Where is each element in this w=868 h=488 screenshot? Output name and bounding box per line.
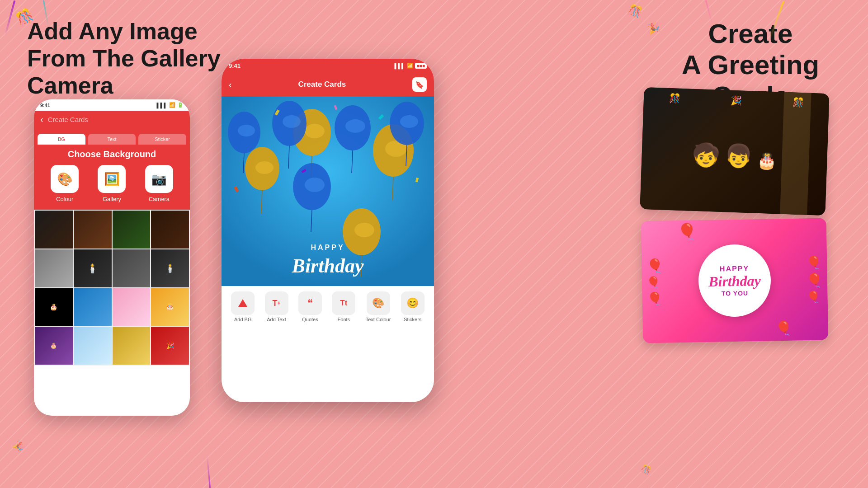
colour-label: Colour	[56, 196, 73, 202]
confetti-5: 🎊	[639, 463, 652, 476]
add-bg-label: Add BG	[234, 317, 252, 322]
add-bg-icon	[231, 291, 255, 315]
bg-option-colour[interactable]: 🎨 Colour	[51, 165, 79, 202]
toolbar-add-text[interactable]: T+ Add Text	[265, 291, 288, 322]
choose-bg-options: 🎨 Colour 🖼️ Gallery 📷 Camera	[41, 165, 183, 202]
grid-item-1[interactable]	[35, 211, 73, 249]
choose-bg-title: Choose Background	[41, 149, 183, 160]
svg-point-11	[354, 223, 374, 237]
grid-item-14[interactable]	[74, 327, 112, 365]
stickers-label: Stickers	[404, 317, 421, 322]
card-canvas[interactable]: HAPPY Birthday	[222, 96, 434, 286]
left-status-icons: ▌▌▌ 📶 🔋	[157, 102, 184, 108]
toolbar-quotes[interactable]: ❝ Quotes	[298, 291, 322, 322]
center-status-bar: 9:41 ▌▌▌ 📶 ■■■	[222, 59, 434, 73]
center-header-title: Create Cards	[298, 80, 346, 89]
center-status-time: 9:41	[229, 62, 241, 69]
left-status-bar: 9:41 ▌▌▌ 📶 🔋	[34, 99, 190, 111]
text-colour-label: Text Colour	[366, 317, 391, 322]
svg-point-2	[255, 161, 274, 174]
grid-item-15[interactable]	[113, 327, 151, 365]
center-status-icons: ▌▌▌ 📶 ■■■	[394, 63, 427, 69]
svg-marker-36	[238, 299, 247, 307]
center-battery-icon: ■■■	[415, 63, 427, 69]
phone-left: 9:41 ▌▌▌ 📶 🔋 ‹ Create Cards BG Text Stic…	[34, 99, 190, 416]
text-colour-icon: 🎨	[367, 291, 390, 315]
left-tab-strip: BG Text Sticker	[34, 130, 190, 145]
left-headline-line2: From The Gallery Camera	[27, 45, 221, 99]
left-status-time: 9:41	[40, 103, 50, 108]
left-headline: Add Any Image From The Gallery Camera	[27, 18, 244, 99]
grid-item-7[interactable]	[113, 249, 151, 287]
left-back-button[interactable]: ‹	[40, 114, 43, 125]
left-header-title: Create Cards	[48, 116, 88, 123]
left-phone-header: ‹ Create Cards	[34, 111, 190, 130]
signal-icon: ▌▌▌	[157, 103, 167, 108]
confetti-2: 🎊	[626, 3, 644, 20]
grid-item-3[interactable]	[113, 211, 151, 249]
tab-text[interactable]: Text	[88, 134, 136, 145]
quotes-icon: ❝	[298, 291, 322, 315]
fonts-icon: Tt	[332, 291, 355, 315]
grid-item-5[interactable]	[35, 249, 73, 287]
gallery-icon: 🖼️	[98, 165, 126, 193]
confetti-4: 🎉	[646, 21, 661, 36]
toolbar-fonts[interactable]: Tt Fonts	[332, 291, 355, 322]
grid-item-2[interactable]	[74, 211, 112, 249]
camera-label: Camera	[149, 196, 170, 202]
left-headline-line1: Add Any Image	[27, 18, 198, 44]
toolbar-stickers[interactable]: 😊 Stickers	[401, 291, 425, 322]
battery-icon: 🔋	[177, 102, 184, 108]
wifi-icon: 📶	[169, 102, 175, 108]
grid-item-11[interactable]	[113, 288, 151, 326]
tab-bg[interactable]: BG	[38, 134, 85, 145]
left-headline-section: Add Any Image From The Gallery Camera	[27, 18, 244, 108]
grid-item-16[interactable]: 🎉	[151, 327, 189, 365]
fonts-label: Fonts	[338, 317, 350, 322]
bg-option-gallery[interactable]: 🖼️ Gallery	[98, 165, 126, 202]
svg-text:HAPPY: HAPPY	[311, 244, 344, 251]
grid-item-9[interactable]: 🎂	[35, 288, 73, 326]
confetti-3: 🎉	[11, 439, 27, 454]
bg-option-camera[interactable]: 📷 Camera	[145, 165, 173, 202]
center-wifi-icon: 📶	[407, 63, 413, 69]
choose-bg-section: Choose Background 🎨 Colour 🖼️ Gallery 📷 …	[34, 145, 190, 210]
right-headline-line1: Create	[708, 19, 793, 49]
svg-point-20	[400, 115, 418, 128]
tab-sticker[interactable]: Sticker	[138, 134, 186, 145]
add-text-label: Add Text	[267, 317, 286, 322]
add-text-icon: T+	[265, 291, 288, 315]
grid-item-10[interactable]	[74, 288, 112, 326]
center-back-button[interactable]: ‹	[229, 80, 232, 90]
bottom-toolbar: Add BG T+ Add Text ❝ Quotes Tt Fonts 🎨 T…	[222, 286, 434, 326]
balloons-svg: HAPPY Birthday	[222, 96, 434, 286]
grid-item-13[interactable]: 🎂	[35, 327, 73, 365]
phone-center: 9:41 ▌▌▌ 📶 ■■■ ‹ Create Cards 🔖	[222, 59, 434, 402]
toolbar-text-colour[interactable]: 🎨 Text Colour	[366, 291, 391, 322]
gallery-label: Gallery	[103, 196, 121, 202]
toolbar-add-bg[interactable]: Add BG	[231, 291, 255, 322]
save-button[interactable]: 🔖	[412, 77, 427, 92]
quotes-label: Quotes	[302, 317, 318, 322]
svg-point-26	[305, 178, 325, 192]
svg-point-17	[345, 119, 365, 133]
svg-point-5	[305, 124, 325, 138]
grid-item-12[interactable]: 🎂	[151, 288, 189, 326]
stickers-icon: 😊	[401, 291, 425, 315]
camera-icon: 📷	[145, 165, 173, 193]
card-birthday: 🎈 🎈 🎈 HAPPY Birthday TO YOU 🎈 🎈 🎈 🎈 🎈	[641, 218, 829, 343]
card-photo: 🎊 🎉 🎊 🧒 👦 🎂	[640, 87, 829, 216]
grid-item-8[interactable]: 🕯️	[151, 249, 189, 287]
center-phone-header: ‹ Create Cards 🔖	[222, 73, 434, 96]
center-signal-icon: ▌▌▌	[394, 63, 405, 69]
image-grid: 🕯️ 🕯️ 🎂 🎂 🎂 🎉	[34, 210, 190, 366]
svg-point-14	[283, 115, 301, 128]
svg-point-23	[238, 125, 255, 136]
grid-item-4[interactable]	[151, 211, 189, 249]
bookmark-icon: 🔖	[415, 80, 424, 89]
colour-icon: 🎨	[51, 165, 79, 193]
right-cards-section: 🎊 🎉 🎊 🧒 👦 🎂 🎈 🎈	[642, 90, 845, 342]
ribbon-4	[207, 456, 211, 488]
grid-item-6[interactable]: 🕯️	[74, 249, 112, 287]
svg-text:Birthday: Birthday	[292, 255, 364, 277]
